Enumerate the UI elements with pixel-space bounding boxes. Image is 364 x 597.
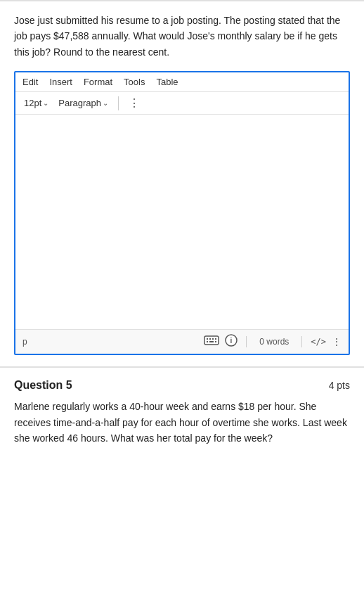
paragraph-value: Paragraph [58, 98, 101, 108]
editor-status-bar: p [15, 329, 349, 354]
svg-rect-4 [215, 338, 216, 340]
question5-label: Question 5 [14, 379, 72, 392]
svg-rect-7 [215, 341, 216, 342]
svg-text:i: i [230, 337, 233, 345]
question4-section: Jose just submitted his resume to a job … [0, 1, 364, 367]
svg-rect-3 [212, 338, 214, 340]
menu-tools[interactable]: Tools [122, 75, 146, 89]
svg-rect-6 [209, 341, 214, 342]
more-options-button[interactable]: ⋮ [126, 95, 143, 111]
accessibility-icon[interactable]: i [225, 334, 238, 349]
editor-status-icons: i 0 words </> ⋮ [204, 334, 342, 349]
word-count: 0 words [259, 337, 289, 347]
editor-content-area[interactable] [15, 115, 349, 329]
svg-rect-2 [209, 338, 211, 340]
font-size-chevron-icon: ⌄ [43, 99, 48, 107]
svg-rect-5 [207, 341, 208, 342]
menu-table[interactable]: Table [155, 75, 179, 89]
font-size-value: 12pt [24, 98, 41, 108]
editor-menu-bar: Edit Insert Format Tools Table [15, 72, 349, 92]
formatting-separator [118, 96, 119, 110]
page-container: Jose just submitted his resume to a job … [0, 0, 364, 457]
menu-format[interactable]: Format [82, 75, 114, 89]
keyboard-icon[interactable] [204, 335, 219, 348]
question4-text: Jose just submitted his resume to a job … [14, 13, 350, 60]
editor-container: Edit Insert Format Tools Table 12pt ⌄ Pa… [14, 71, 350, 355]
question5-pts: 4 pts [329, 380, 350, 391]
svg-rect-0 [204, 336, 219, 345]
question5-text: Marlene regularly works a 40-hour week a… [14, 399, 350, 446]
svg-rect-1 [207, 338, 208, 340]
question5-header: Question 5 4 pts [0, 368, 364, 399]
editor-formatting-bar: 12pt ⌄ Paragraph ⌄ ⋮ [15, 92, 349, 115]
question5-section: Marlene regularly works a 40-hour week a… [0, 399, 364, 457]
menu-edit[interactable]: Edit [21, 75, 39, 89]
status-divider2 [301, 336, 302, 347]
code-view-icon[interactable]: </> [311, 337, 326, 347]
status-divider [246, 336, 247, 347]
editor-tag-indicator: p [22, 337, 27, 347]
grid-icon[interactable]: ⋮ [332, 336, 342, 347]
paragraph-selector[interactable]: Paragraph ⌄ [56, 96, 111, 110]
menu-insert[interactable]: Insert [48, 75, 74, 89]
font-size-selector[interactable]: 12pt ⌄ [21, 96, 51, 110]
paragraph-chevron-icon: ⌄ [103, 99, 108, 107]
